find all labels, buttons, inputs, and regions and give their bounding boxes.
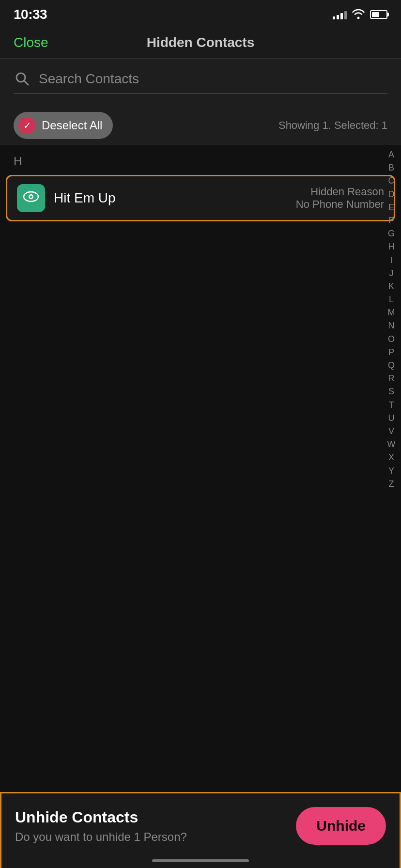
unhide-button[interactable]: Unhide: [296, 807, 386, 845]
signal-bar-4: [344, 11, 347, 19]
nav-bar: Close Hidden Contacts: [0, 27, 401, 59]
battery-fill: [372, 12, 379, 17]
unhide-text-block: Unhide Contacts Do you want to unhide 1 …: [15, 808, 296, 844]
status-time: 10:33: [14, 7, 47, 22]
bottom-panel: Unhide Contacts Do you want to unhide 1 …: [0, 792, 401, 868]
home-indicator: [152, 859, 249, 862]
alpha-B[interactable]: B: [386, 162, 397, 174]
controls-row: ✓ Deselect All Showing 1. Selected: 1: [0, 102, 401, 145]
close-button[interactable]: Close: [14, 35, 48, 50]
status-icons: [333, 8, 387, 21]
alphabet-index[interactable]: A B C D E F G H I J K L M N O P Q R S T …: [382, 145, 401, 494]
battery-icon: [370, 10, 387, 19]
alpha-Z[interactable]: Z: [386, 478, 397, 490]
hidden-reason: Hidden Reason: [296, 186, 384, 198]
alpha-K[interactable]: K: [386, 280, 397, 293]
alpha-F[interactable]: F: [386, 215, 397, 227]
avatar: [17, 184, 45, 212]
alpha-Q[interactable]: Q: [386, 359, 397, 372]
svg-point-4: [30, 196, 32, 198]
alpha-G[interactable]: G: [386, 228, 397, 240]
alpha-Y[interactable]: Y: [386, 465, 397, 477]
search-input[interactable]: Search Contacts: [39, 71, 387, 87]
contact-item-wrapper: Hit Em Up Hidden Reason No Phone Number: [0, 172, 401, 224]
alpha-C[interactable]: C: [386, 175, 397, 187]
search-bar[interactable]: Search Contacts: [14, 70, 387, 94]
section-header-H: H: [0, 145, 401, 172]
alpha-E[interactable]: E: [386, 202, 397, 214]
contact-left: Hit Em Up: [17, 184, 116, 212]
signal-bar-3: [340, 13, 343, 19]
contact-name: Hit Em Up: [54, 190, 116, 206]
deselect-all-button[interactable]: ✓ Deselect All: [14, 112, 113, 139]
deselect-label: Deselect All: [42, 119, 102, 132]
alpha-L[interactable]: L: [386, 294, 397, 306]
alpha-P[interactable]: P: [386, 346, 397, 358]
no-phone-label: No Phone Number: [296, 198, 384, 211]
eye-icon: [23, 190, 39, 206]
alpha-S[interactable]: S: [386, 386, 397, 398]
wifi-icon: [352, 8, 365, 21]
alpha-H[interactable]: H: [386, 241, 397, 253]
alpha-I[interactable]: I: [386, 254, 397, 266]
signal-bars-icon: [333, 10, 347, 19]
svg-line-1: [24, 81, 29, 85]
status-bar: 10:33: [0, 0, 401, 27]
contact-item[interactable]: Hit Em Up Hidden Reason No Phone Number: [6, 175, 395, 221]
alpha-W[interactable]: W: [386, 438, 397, 450]
alpha-R[interactable]: R: [386, 372, 397, 385]
bottom-panel-inner: Unhide Contacts Do you want to unhide 1 …: [15, 807, 386, 845]
page-title: Hidden Contacts: [147, 35, 254, 50]
signal-bar-1: [333, 16, 335, 19]
alpha-U[interactable]: U: [386, 412, 397, 424]
alpha-T[interactable]: T: [386, 399, 397, 411]
alpha-M[interactable]: M: [386, 307, 397, 319]
contact-right: Hidden Reason No Phone Number: [296, 186, 384, 211]
unhide-title: Unhide Contacts: [15, 808, 296, 826]
unhide-subtitle: Do you want to unhide 1 Person?: [15, 830, 296, 844]
alpha-O[interactable]: O: [386, 333, 397, 345]
alpha-N[interactable]: N: [386, 320, 397, 332]
alpha-V[interactable]: V: [386, 425, 397, 437]
alpha-D[interactable]: D: [386, 188, 397, 201]
alpha-J[interactable]: J: [386, 267, 397, 279]
alpha-A[interactable]: A: [386, 149, 397, 161]
deselect-check-icon: ✓: [18, 117, 36, 134]
search-container: Search Contacts: [0, 59, 401, 102]
signal-bar-2: [337, 15, 339, 19]
search-icon: [14, 70, 31, 88]
showing-count: Showing 1. Selected: 1: [278, 119, 387, 132]
main-content: A B C D E F G H I J K L M N O P Q R S T …: [0, 145, 401, 224]
alpha-X[interactable]: X: [386, 451, 397, 464]
